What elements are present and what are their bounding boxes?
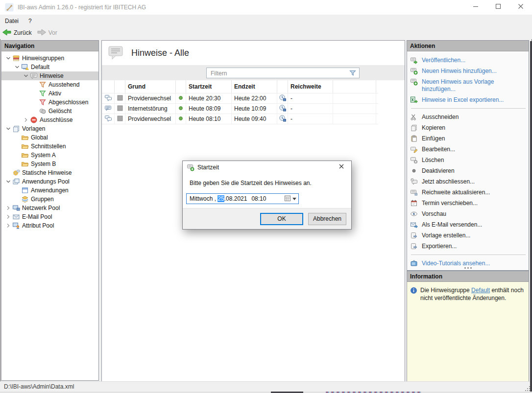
action-veroeffentlichen[interactable]: Veröffentlichen...: [410, 55, 527, 66]
status-bar: D:\IBI-aws\Admin\Data.xml: [0, 381, 530, 392]
tree-item-default[interactable]: Default: [1, 63, 98, 71]
action-termin-verschieben[interactable]: Termin verschieben...: [410, 198, 527, 208]
chevron-right-icon[interactable]: [4, 222, 12, 229]
col-endzeit[interactable]: Endzeit: [232, 80, 277, 93]
chevron-down-icon: [292, 198, 296, 200]
action-hinweis-aus-vorlage[interactable]: Neuen Hinweis aus Vorlage hinzufügen...: [410, 76, 527, 94]
datetime-date[interactable]: .08.2021: [224, 195, 247, 202]
action-exportieren[interactable]: Exportieren...: [410, 241, 527, 252]
app-pool-icon: [12, 178, 20, 185]
menu-bar: Datei ?: [0, 15, 532, 26]
datetime-day-name[interactable]: Mittwoch ,: [190, 195, 216, 202]
action-vorschau[interactable]: Vorschau: [410, 208, 527, 219]
col-filler: [333, 80, 376, 93]
title-bar[interactable]: IBI-aws Admin 1.26.0 - registriert für I…: [0, 0, 532, 15]
tree-item-hinweise[interactable]: Hinweise: [1, 71, 98, 80]
col-reichweite[interactable]: Reichweite: [288, 80, 333, 93]
tree-item-geloescht[interactable]: Gelöscht: [1, 107, 98, 116]
create-template-icon: [410, 231, 418, 239]
tree-label: Aktiv: [48, 90, 61, 97]
information-panel: Information Die Hinweisgruppe Default en…: [407, 271, 529, 382]
tree-item-schnittstellen[interactable]: Schnittstellen: [1, 142, 98, 151]
minimize-icon: [472, 2, 480, 12]
app-window: IBI-aws Admin 1.26.0 - registriert für I…: [0, 0, 532, 393]
col-grund[interactable]: Grund: [125, 80, 176, 93]
tree-item-anwendungen[interactable]: Anwendungen: [1, 186, 98, 195]
action-bearbeiten[interactable]: Bearbeiten...: [410, 144, 527, 155]
menu-help[interactable]: ?: [24, 16, 37, 26]
eye-icon: [410, 210, 418, 218]
maximize-button[interactable]: [487, 0, 509, 15]
chevron-spacer: [13, 196, 21, 203]
tree-item-email-pool[interactable]: E-Mail Pool: [1, 212, 98, 221]
dialog-title-bar[interactable]: Startzeit: [183, 161, 351, 174]
action-loeschen[interactable]: Löschen: [410, 155, 527, 165]
col-active[interactable]: [176, 80, 186, 93]
tree-item-ausstehend[interactable]: Ausstehend: [1, 80, 98, 89]
tree-item-abgeschlossen[interactable]: Abgeschlossen: [1, 98, 98, 107]
datetime-dropdown-button[interactable]: [284, 195, 298, 203]
action-excel-export[interactable]: Hinweise in Excel exportieren...: [410, 94, 527, 105]
action-vorlage-erstellen[interactable]: Vorlage erstellen...: [410, 230, 527, 241]
cancel-button[interactable]: Abbrechen: [308, 213, 346, 225]
table-row[interactable]: Providerwechsel Heute 20:30 Heute 22:00 …: [102, 93, 378, 104]
action-label: Hinweise in Excel exportieren...: [422, 96, 504, 104]
action-einfuegen[interactable]: Einfügen: [410, 133, 527, 144]
filter-input[interactable]: [210, 69, 344, 78]
table-row[interactable]: Internetstörung Heute 08:09 Heute 10:09 …: [102, 104, 378, 114]
action-ausschneiden[interactable]: Ausschneiden: [410, 112, 527, 122]
datetime-picker[interactable]: Mittwoch , 25.08.202108:10: [186, 193, 299, 204]
chevron-down-icon[interactable]: [4, 125, 12, 132]
chevron-down-icon[interactable]: [22, 72, 30, 79]
filter-funnel-icon[interactable]: [349, 69, 357, 77]
back-button[interactable]: Zurück: [0, 27, 35, 39]
chevron-right-icon[interactable]: [22, 116, 30, 123]
col-clock[interactable]: [277, 80, 288, 93]
menu-datei[interactable]: Datei: [0, 16, 24, 26]
tree-item-vorlagen[interactable]: Vorlagen: [1, 124, 98, 133]
minimize-button[interactable]: [464, 0, 487, 15]
forward-button[interactable]: Vor: [35, 27, 60, 39]
action-reichweite-aktualisieren[interactable]: Reichweite aktualisieren...: [410, 187, 527, 198]
default-group-link[interactable]: Default: [471, 287, 490, 294]
chevron-down-icon[interactable]: [13, 64, 21, 70]
chevron-down-icon[interactable]: [4, 178, 12, 185]
tree-item-netzwerk-pool[interactable]: Netzwerk Pool: [1, 204, 98, 212]
tree-item-global[interactable]: Global: [1, 133, 98, 142]
tree-item-statische-hinweise[interactable]: Statische Hinweise: [1, 168, 98, 177]
chevron-right-icon[interactable]: [4, 205, 12, 211]
col-status[interactable]: [115, 80, 125, 93]
filter-strip: [102, 65, 405, 80]
datetime-day-selected[interactable]: 25: [218, 195, 224, 202]
dialog-close-button[interactable]: [332, 161, 351, 174]
tree-item-system-a[interactable]: System A: [1, 151, 98, 160]
tree-item-hinweisgruppen[interactable]: Hinweisgruppen: [1, 54, 98, 63]
action-email-versenden[interactable]: Als E-Mail versenden...: [410, 219, 527, 230]
paste-icon: [410, 135, 418, 142]
action-jetzt-abschliessen[interactable]: Jetzt abschliessen...: [410, 176, 527, 187]
action-neuer-hinweis[interactable]: Neuen Hinweis hinzufügen...: [410, 66, 527, 76]
tree-item-system-b[interactable]: System B: [1, 160, 98, 168]
tree-item-anwendungs-pool[interactable]: Anwendungs Pool: [1, 177, 98, 186]
funnel-green-icon: [39, 90, 47, 97]
panel-resize-grip[interactable]: [407, 267, 529, 269]
send-mail-icon: [410, 221, 418, 229]
ok-button[interactable]: OK: [260, 213, 303, 225]
tree-item-ausschluesse[interactable]: Ausschlüsse: [1, 116, 98, 124]
desktop-edge: [530, 41, 532, 392]
tree-item-aktiv[interactable]: Aktiv: [1, 89, 98, 98]
tree-item-attribut-pool[interactable]: Attribut Pool: [1, 221, 98, 230]
table-row[interactable]: Providerwechsel Heute 08:10 Heute 09:40 …: [102, 114, 378, 124]
action-kopieren[interactable]: Kopieren: [410, 122, 527, 133]
chevron-right-icon[interactable]: [4, 213, 12, 220]
startzeit-dialog: Startzeit Bitte geben Sie die Startzeit …: [182, 161, 352, 230]
close-button[interactable]: [509, 0, 532, 15]
back-arrow-icon: [2, 28, 12, 38]
network-pool-icon: [12, 204, 20, 212]
chevron-down-icon[interactable]: [4, 55, 12, 62]
col-startzeit[interactable]: Startzeit: [186, 80, 232, 93]
col-icon[interactable]: [102, 80, 115, 93]
tree-item-gruppen[interactable]: Gruppen: [1, 195, 98, 204]
action-deaktivieren[interactable]: Deaktivieren: [410, 165, 527, 176]
datetime-time[interactable]: 08:10: [251, 195, 266, 202]
